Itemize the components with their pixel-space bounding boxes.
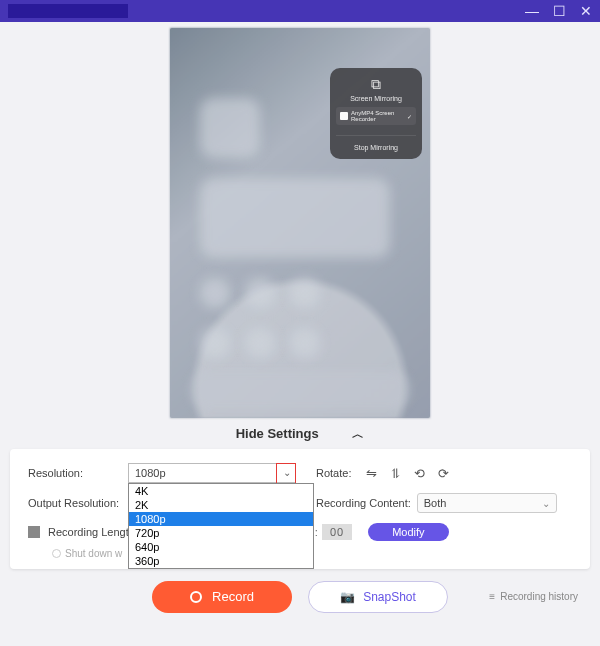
device-label: AnyMP4 Screen Recorder: [351, 110, 404, 122]
snapshot-button[interactable]: 📷 SnapShot: [308, 581, 448, 613]
resolution-value: 1080p: [135, 467, 166, 479]
rotate-left-icon[interactable]: ⟲: [410, 466, 428, 481]
mirroring-icon: ⧉: [336, 76, 416, 93]
mirroring-device-item[interactable]: AnyMP4 Screen Recorder ✓: [336, 107, 416, 125]
recording-length-checkbox[interactable]: [28, 526, 40, 538]
record-label: Record: [212, 589, 254, 604]
option-640p[interactable]: 640p: [129, 540, 313, 554]
chevron-up-icon: ︿: [352, 426, 364, 443]
option-360p[interactable]: 360p: [129, 554, 313, 568]
recording-content-select[interactable]: Both ⌄: [417, 493, 557, 513]
minimize-button[interactable]: —: [525, 3, 539, 19]
recording-history-link[interactable]: ≡ Recording history: [489, 591, 578, 602]
resolution-select[interactable]: 1080p ⌄: [128, 463, 296, 483]
option-2k[interactable]: 2K: [129, 498, 313, 512]
camera-icon: 📷: [340, 590, 355, 604]
app-logo: [8, 4, 128, 18]
device-preview: ⧉ Screen Mirroring AnyMP4 Screen Recorde…: [170, 28, 430, 418]
rotate-label: Rotate:: [316, 467, 356, 479]
title-bar: — ☐ ✕: [0, 0, 600, 22]
recording-length-label: Recording Length: [48, 526, 135, 538]
recording-content-value: Both: [424, 497, 447, 509]
flip-vertical-icon[interactable]: ⥮: [386, 466, 404, 481]
resolution-label: Resolution:: [28, 467, 128, 479]
output-resolution-label: Output Resolution:: [28, 497, 128, 509]
shutdown-option: Shut down w: [52, 547, 122, 559]
modify-button[interactable]: Modify: [368, 523, 448, 541]
close-button[interactable]: ✕: [580, 3, 592, 19]
rotate-right-icon[interactable]: ⟳: [434, 466, 452, 481]
stop-mirroring-button[interactable]: Stop Mirroring: [336, 135, 416, 151]
flip-horizontal-icon[interactable]: ⇋: [362, 466, 380, 481]
resolution-dropdown[interactable]: 4K 2K 1080p 720p 640p 360p: [128, 483, 314, 569]
chevron-down-icon: ⌄: [542, 498, 550, 509]
option-1080p[interactable]: 1080p: [129, 512, 313, 526]
hide-settings-toggle[interactable]: Hide Settings ︿: [0, 426, 600, 443]
bottom-bar: Record 📷 SnapShot ≡ Recording history: [0, 581, 600, 623]
record-button[interactable]: Record: [152, 581, 292, 613]
history-label: Recording history: [500, 591, 578, 602]
option-4k[interactable]: 4K: [129, 484, 313, 498]
maximize-button[interactable]: ☐: [553, 3, 566, 19]
chevron-down-icon: ⌄: [283, 467, 291, 478]
hide-settings-label: Hide Settings: [236, 426, 319, 441]
time-field[interactable]: 00: [322, 524, 352, 540]
option-720p[interactable]: 720p: [129, 526, 313, 540]
radio-icon: [52, 549, 61, 558]
device-icon: [340, 112, 348, 120]
record-icon: [190, 591, 202, 603]
settings-panel: Resolution: 1080p ⌄ Rotate: ⇋ ⥮ ⟲ ⟳ Outp…: [10, 449, 590, 569]
mirroring-title: Screen Mirroring: [336, 95, 416, 102]
recording-content-label: Recording Content:: [316, 497, 411, 509]
list-icon: ≡: [489, 591, 495, 602]
snapshot-label: SnapShot: [363, 590, 416, 604]
screen-mirroring-panel: ⧉ Screen Mirroring AnyMP4 Screen Recorde…: [330, 68, 422, 159]
check-icon: ✓: [407, 113, 412, 120]
